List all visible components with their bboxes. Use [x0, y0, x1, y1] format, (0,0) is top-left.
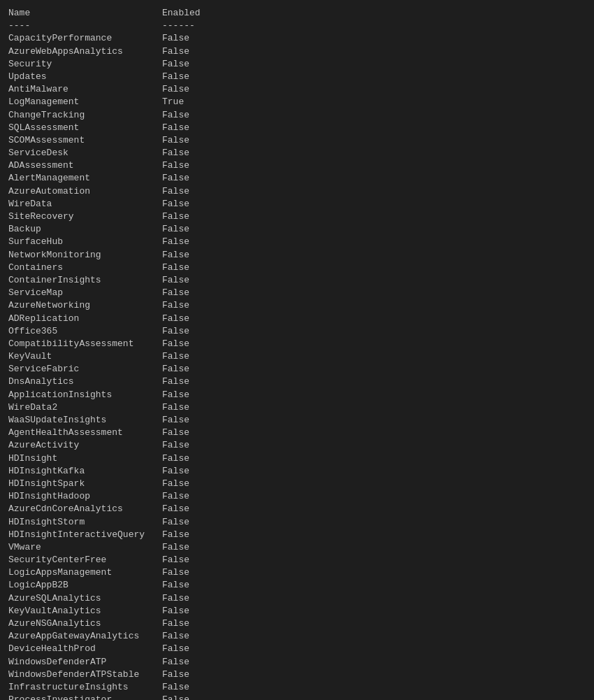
row-enabled: False [162, 172, 218, 185]
row-enabled: False [162, 198, 218, 210]
row-enabled: False [162, 147, 218, 159]
row-name: SurfaceHub [8, 236, 162, 248]
row-enabled: False [162, 299, 218, 312]
row-name: WaaSUpdateInsights [8, 414, 162, 427]
row-enabled: False [162, 210, 218, 223]
row-enabled: False [162, 427, 218, 439]
table-row: SiteRecoveryFalse [8, 210, 586, 223]
row-enabled: False [162, 134, 218, 147]
table-row: AzureNSGAnalyticsFalse [8, 617, 586, 630]
row-name: HDInsightSpark [8, 478, 162, 490]
row-enabled: False [162, 490, 218, 503]
row-name: LogicAppsManagement [8, 566, 162, 579]
row-enabled: False [162, 363, 218, 376]
table-row: CompatibilityAssessmentFalse [8, 338, 586, 350]
row-name: SecurityCenterFree [8, 554, 162, 566]
table-row: WireData2False [8, 401, 586, 414]
table-row: UpdatesFalse [8, 71, 586, 83]
table-row: LogManagementTrue [8, 96, 586, 108]
row-enabled: False [162, 605, 218, 617]
row-name: HDInsightStorm [8, 516, 162, 529]
row-enabled: False [162, 376, 218, 388]
row-name: ServiceMap [8, 287, 162, 299]
row-name: ChangeTracking [8, 109, 162, 122]
table-row: LogicAppsManagementFalse [8, 566, 586, 579]
table-row: AzureSQLAnalyticsFalse [8, 592, 586, 605]
row-name: CapacityPerformance [8, 32, 162, 45]
row-enabled: False [162, 478, 218, 490]
row-name: HDInsightInteractiveQuery [8, 529, 162, 541]
row-enabled: False [162, 287, 218, 299]
table-row: AzureWebAppsAnalyticsFalse [8, 45, 586, 58]
row-enabled: False [162, 592, 218, 605]
row-enabled: False [162, 350, 218, 363]
row-name: ServiceDesk [8, 147, 162, 159]
row-name: ADReplication [8, 313, 162, 325]
row-enabled: False [162, 325, 218, 338]
table-row: SecurityCenterFreeFalse [8, 554, 586, 566]
table-row: WireDataFalse [8, 198, 586, 210]
table-row: HDInsightKafkaFalse [8, 465, 586, 478]
row-name: AlertManagement [8, 172, 162, 185]
row-enabled: False [162, 541, 218, 554]
row-name: DeviceHealthProd [8, 643, 162, 655]
row-enabled: False [162, 249, 218, 262]
row-enabled: False [162, 465, 218, 478]
table-row: ServiceMapFalse [8, 287, 586, 299]
table-body: CapacityPerformanceFalseAzureWebAppsAnal… [8, 32, 586, 700]
row-enabled: False [162, 109, 218, 122]
table-row: HDInsightHadoopFalse [8, 490, 586, 503]
row-name: AzureNSGAnalytics [8, 617, 162, 630]
row-enabled: False [162, 83, 218, 96]
row-enabled: False [162, 452, 218, 465]
row-name: CompatibilityAssessment [8, 338, 162, 350]
row-name: Updates [8, 71, 162, 83]
row-enabled: False [162, 529, 218, 541]
row-enabled: False [162, 389, 218, 401]
row-name: ProcessInvestigator [8, 694, 162, 700]
row-name: ContainerInsights [8, 274, 162, 287]
row-name: Containers [8, 262, 162, 274]
table-row: ApplicationInsightsFalse [8, 389, 586, 401]
row-name: WireData2 [8, 401, 162, 414]
table-row: SurfaceHubFalse [8, 236, 586, 248]
table-row: AzureAppGatewayAnalyticsFalse [8, 630, 586, 643]
row-enabled: False [162, 122, 218, 134]
table-row: AzureActivityFalse [8, 439, 586, 452]
row-enabled: False [162, 223, 218, 236]
row-name: HDInsightHadoop [8, 490, 162, 503]
row-name: AzureActivity [8, 439, 162, 452]
table-row: LogicAppB2BFalse [8, 579, 586, 592]
row-enabled: False [162, 338, 218, 350]
table-row: ADAssessmentFalse [8, 159, 586, 172]
row-name: Office365 [8, 325, 162, 338]
row-enabled: False [162, 566, 218, 579]
table-row: ContainersFalse [8, 262, 586, 274]
row-enabled: False [162, 554, 218, 566]
row-enabled: False [162, 159, 218, 172]
row-name: KeyVault [8, 350, 162, 363]
row-name: ADAssessment [8, 159, 162, 172]
row-enabled: False [162, 71, 218, 83]
sep-name: ---- [8, 20, 162, 32]
row-enabled: False [162, 414, 218, 427]
row-name: VMware [8, 541, 162, 554]
row-name: AgentHealthAssessment [8, 427, 162, 439]
row-enabled: False [162, 439, 218, 452]
table-row: AzureCdnCoreAnalyticsFalse [8, 503, 586, 515]
table-row: HDInsightInteractiveQueryFalse [8, 529, 586, 541]
row-name: Security [8, 58, 162, 71]
row-name: LogManagement [8, 96, 162, 108]
row-name: AzureAppGatewayAnalytics [8, 630, 162, 643]
row-enabled: False [162, 669, 218, 681]
table-row: ProcessInvestigatorFalse [8, 694, 586, 700]
row-name: DnsAnalytics [8, 376, 162, 388]
row-name: HDInsight [8, 452, 162, 465]
header-enabled: Enabled [162, 7, 218, 20]
table-row: InfrastructureInsightsFalse [8, 681, 586, 694]
sep-enabled: ------ [162, 20, 218, 32]
table-row: HDInsightFalse [8, 452, 586, 465]
row-enabled: False [162, 262, 218, 274]
table-row: AzureNetworkingFalse [8, 299, 586, 312]
row-enabled: True [162, 96, 218, 108]
